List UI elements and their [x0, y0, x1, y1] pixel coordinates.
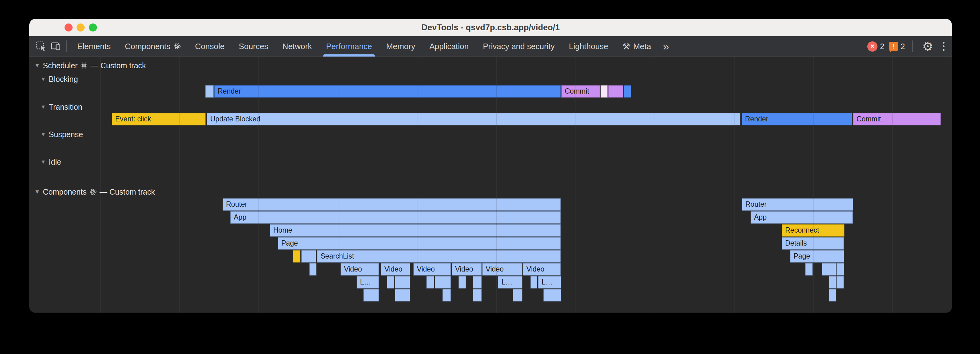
lane-label: Blocking	[49, 75, 78, 84]
tab-console[interactable]: Console	[188, 36, 232, 57]
tools-icon: ⚒	[622, 41, 630, 52]
flame-bar[interactable]	[435, 276, 451, 289]
gridline	[655, 57, 655, 313]
flame-bar-video[interactable]: Video	[414, 263, 451, 276]
toggle-device-toolbar-button[interactable]	[48, 38, 63, 54]
flame-bar[interactable]	[309, 263, 317, 276]
inspect-element-button[interactable]	[33, 38, 48, 54]
gridline	[813, 57, 814, 313]
more-tabs-button[interactable]: »	[658, 37, 674, 56]
flame-bar-render[interactable]: Render	[214, 85, 561, 97]
flame-bar-video[interactable]: Video	[340, 263, 379, 276]
settings-button[interactable]: ⚙	[920, 38, 935, 54]
flame-bar-video[interactable]: Video	[482, 263, 522, 276]
flame-bar-video[interactable]: Video	[523, 263, 561, 276]
flame-bar[interactable]	[624, 85, 631, 97]
flame-bar[interactable]	[473, 276, 482, 289]
tab-label: Meta	[633, 42, 651, 51]
gridline	[100, 57, 101, 313]
flame-bar[interactable]	[395, 276, 410, 289]
flame-bar-reconnect[interactable]: Reconnect	[782, 224, 845, 237]
flame-bar-router[interactable]: Router	[223, 198, 561, 210]
warning-count: 2	[900, 42, 905, 51]
flame-bar-page[interactable]: Page	[790, 250, 844, 263]
flame-bar[interactable]	[293, 250, 301, 263]
tab-label: Application	[430, 42, 469, 51]
flame-bar[interactable]	[805, 263, 813, 276]
track-title: Scheduler	[43, 61, 78, 70]
flame-bar-home[interactable]: Home	[270, 224, 561, 237]
flame-bar[interactable]	[543, 289, 561, 301]
flame-bar[interactable]	[442, 289, 451, 301]
flame-bar-app[interactable]: App	[230, 211, 561, 224]
tab-label: Memory	[386, 42, 415, 51]
toolbar-separator	[912, 40, 913, 52]
warning-badge[interactable]: ! 2	[889, 42, 905, 51]
tab-components[interactable]: Components	[118, 36, 188, 57]
tab-sources[interactable]: Sources	[232, 36, 275, 57]
tab-privacy-and-security[interactable]: Privacy and security	[476, 36, 562, 57]
track-header-scheduler[interactable]: ▼ Scheduler — Custom track	[34, 60, 146, 71]
collapse-triangle-icon: ▼	[40, 131, 46, 138]
collapse-triangle-icon: ▼	[34, 188, 40, 195]
lane-label: Transition	[49, 102, 83, 112]
window-titlebar: DevTools - qsvd7p.csb.app/video/1	[29, 19, 952, 36]
track-header-components[interactable]: ▼ Components — Custom track	[34, 187, 155, 197]
flame-bar-l[interactable]: L…	[498, 276, 522, 289]
flame-bar[interactable]	[205, 85, 214, 97]
flame-bar-video[interactable]: Video	[452, 263, 482, 276]
lane-transition[interactable]: ▼ Transition	[40, 102, 83, 112]
flame-bar-commit[interactable]: Commit	[853, 113, 941, 125]
flame-bar-commit[interactable]: Commit	[561, 85, 600, 97]
flame-bar[interactable]	[829, 276, 836, 289]
flame-bar-video[interactable]: Video	[381, 263, 410, 276]
lane-idle[interactable]: ▼ Idle	[40, 157, 61, 167]
lane-suspense[interactable]: ▼ Suspense	[40, 129, 83, 139]
tab-meta[interactable]: ⚒Meta	[616, 36, 658, 57]
flame-bar[interactable]	[608, 85, 624, 97]
flame-bar-router[interactable]: Router	[742, 198, 853, 210]
flame-bar[interactable]	[458, 276, 466, 289]
flame-bar[interactable]	[822, 263, 836, 276]
error-badge[interactable]: × 2	[867, 41, 884, 52]
flame-bar[interactable]	[837, 263, 844, 276]
flame-bar-details[interactable]: Details	[782, 237, 844, 250]
flame-bar[interactable]	[513, 289, 522, 301]
flame-bar[interactable]	[601, 85, 608, 97]
devtools-toolbar: ElementsComponents ConsoleSourcesNetwork…	[29, 36, 952, 57]
tab-memory[interactable]: Memory	[379, 36, 422, 57]
flame-bar-event-click[interactable]: Event: click	[112, 113, 206, 125]
flame-bar[interactable]	[473, 289, 482, 301]
toolbar-right-group: × 2 ! 2 ⚙	[867, 38, 948, 54]
tab-application[interactable]: Application	[422, 36, 476, 57]
inspect-cursor-icon	[35, 41, 47, 52]
flame-bar[interactable]	[363, 289, 379, 301]
flame-bar-render[interactable]: Render	[741, 113, 852, 125]
tab-lighthouse[interactable]: Lighthouse	[562, 36, 616, 57]
gridline	[655, 57, 655, 313]
tab-network[interactable]: Network	[275, 36, 319, 57]
react-atom-icon	[80, 62, 88, 69]
track-separator	[29, 185, 952, 185]
flame-bar[interactable]	[829, 289, 836, 301]
flame-bar[interactable]	[837, 276, 844, 289]
gridline	[180, 57, 180, 313]
flame-bar[interactable]	[301, 250, 316, 263]
flame-bar[interactable]	[395, 289, 410, 301]
more-options-button[interactable]	[940, 42, 948, 51]
tab-elements[interactable]: Elements	[70, 36, 118, 57]
gridline	[180, 57, 180, 313]
flame-bar-l[interactable]: L…	[538, 276, 561, 289]
flame-bar-update-blocked[interactable]: Update Blocked	[207, 113, 740, 125]
flame-bar-page[interactable]: Page	[278, 237, 561, 250]
lane-blocking[interactable]: ▼ Blocking	[40, 74, 78, 84]
flame-bar-searchlist[interactable]: SearchList	[317, 250, 561, 263]
flame-bar-app[interactable]: App	[751, 211, 853, 224]
flame-bar[interactable]	[387, 276, 394, 289]
flame-bar[interactable]	[426, 276, 434, 289]
collapse-triangle-icon: ▼	[40, 104, 46, 110]
flame-bar[interactable]	[530, 276, 537, 289]
tab-label: Lighthouse	[569, 42, 608, 51]
flame-bar-l[interactable]: L…	[356, 276, 379, 289]
tab-performance[interactable]: Performance	[319, 36, 379, 57]
